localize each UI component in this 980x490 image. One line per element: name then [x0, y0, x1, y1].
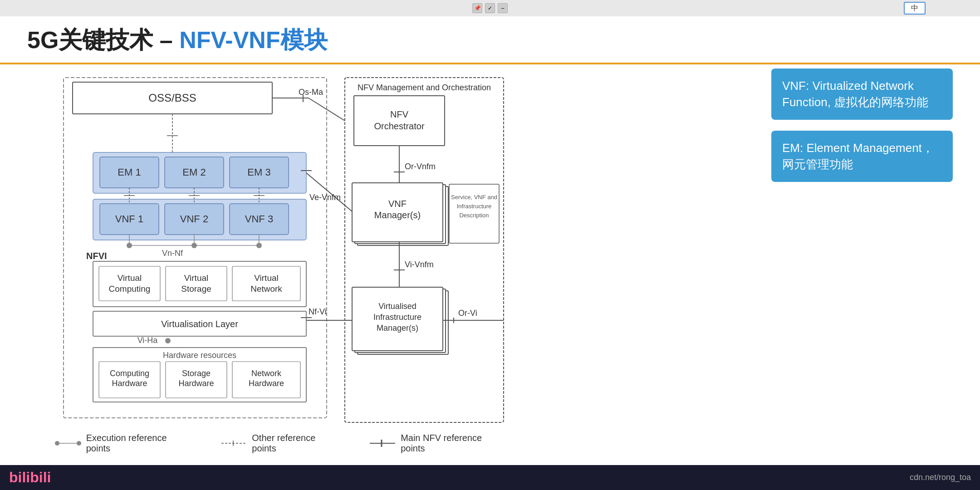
svg-text:Virtual: Virtual [118, 273, 142, 283]
svg-text:VNF 1: VNF 1 [115, 213, 143, 225]
svg-text:Description: Description [459, 212, 489, 219]
title-bar: 5G关键技术 – NFV-VNF模块 [0, 16, 980, 64]
svg-text:VNF: VNF [388, 199, 407, 209]
svg-text:Manager(s): Manager(s) [377, 323, 418, 333]
svg-point-99 [77, 441, 81, 446]
oss-bss-label: OSS/BSS [148, 92, 196, 104]
svg-text:Or-Vi: Or-Vi [458, 309, 477, 318]
svg-rect-3 [354, 96, 445, 146]
svg-point-97 [55, 441, 59, 446]
svg-text:Manager(s): Manager(s) [374, 210, 421, 220]
svg-text:Orchestrator: Orchestrator [374, 121, 424, 131]
legend-main-label: Main NFV reference points [401, 433, 508, 454]
top-bar-icons: 📌 ✓ – [472, 3, 508, 13]
main-content: 5G关键技术 – NFV-VNF模块 OSS/BSS NFV Managemen… [0, 16, 980, 490]
svg-text:Vi-Vnfm: Vi-Vnfm [405, 260, 434, 269]
bottom-bar: bilibili cdn.net/rong_toa [0, 465, 980, 490]
em-info-box: EM: Element Management，网元管理功能 [771, 131, 953, 182]
svg-text:Vi-Ha: Vi-Ha [137, 336, 158, 345]
legend-exec-ref: Execution reference points [54, 433, 193, 454]
svg-text:Infrastructure: Infrastructure [457, 203, 492, 210]
svg-text:Infrastructure: Infrastructure [373, 313, 421, 322]
diagram-legend: Execution reference points Other referen… [54, 433, 508, 454]
svg-text:Hardware: Hardware [249, 379, 284, 388]
pin-icon[interactable]: 📌 [472, 3, 482, 13]
svg-text:EM 2: EM 2 [182, 167, 206, 178]
svg-text:VNF 2: VNF 2 [180, 213, 208, 225]
nfv-diagram: OSS/BSS NFV Management and Orchestration… [27, 69, 508, 468]
legend-other-label: Other reference points [252, 433, 342, 454]
diagram-area: OSS/BSS NFV Management and Orchestration… [27, 69, 508, 463]
svg-text:Os-Ma: Os-Ma [299, 88, 323, 97]
legend-other-ref: Other reference points [220, 433, 342, 454]
svg-text:Hardware resources: Hardware resources [163, 351, 236, 360]
svg-text:Virtualisation Layer: Virtualisation Layer [161, 319, 238, 329]
svg-rect-37 [99, 266, 160, 301]
svg-text:Hardware: Hardware [112, 379, 147, 388]
svg-text:Vn-Nf: Vn-Nf [162, 249, 183, 258]
title-prefix: 5G关键技术 – [27, 27, 179, 53]
svg-text:EM 3: EM 3 [247, 167, 270, 178]
svg-text:NFVI: NFVI [86, 251, 107, 261]
svg-text:Computing: Computing [109, 284, 151, 294]
svg-text:Virtualised: Virtualised [378, 302, 416, 311]
svg-rect-43 [232, 266, 300, 301]
svg-text:VNF 3: VNF 3 [245, 213, 273, 225]
svg-text:Computing: Computing [110, 369, 149, 378]
vnf-info-box: VNF: Virtualized Network Function, 虚拟化的网… [771, 69, 953, 120]
svg-text:Or-Vnfm: Or-Vnfm [405, 162, 436, 171]
svg-text:Hardware: Hardware [178, 379, 214, 388]
title-highlight: NFV-VNF模块 [179, 27, 327, 53]
bilibili-logo: bilibili [9, 469, 51, 486]
svg-text:Service, VNF and: Service, VNF and [451, 194, 497, 201]
info-boxes: VNF: Virtualized Network Function, 虚拟化的网… [771, 69, 953, 193]
svg-text:Storage: Storage [181, 284, 211, 294]
svg-text:EM 1: EM 1 [118, 167, 141, 178]
svg-text:Network: Network [251, 369, 282, 378]
svg-text:Storage: Storage [182, 369, 211, 378]
top-bar: 📌 ✓ – 中 [0, 0, 980, 16]
page-title: 5G关键技术 – NFV-VNF模块 [27, 27, 328, 53]
nfv-mgmt-label: NFV Management and Orchestration [358, 83, 491, 92]
svg-text:Network: Network [250, 284, 282, 294]
check-icon[interactable]: ✓ [485, 3, 495, 13]
svg-point-49 [165, 338, 171, 343]
bottom-url: cdn.net/rong_toa [910, 473, 971, 482]
svg-rect-40 [166, 266, 227, 301]
language-button[interactable]: 中 [904, 2, 926, 15]
svg-text:Virtual: Virtual [254, 273, 279, 283]
svg-text:Nf-Vi: Nf-Vi [309, 307, 327, 316]
legend-exec-label: Execution reference points [86, 433, 193, 454]
minus-icon[interactable]: – [498, 3, 508, 13]
legend-main-ref: Main NFV reference points [369, 433, 508, 454]
svg-text:NFV: NFV [390, 109, 409, 119]
svg-text:Virtual: Virtual [184, 273, 209, 283]
svg-text:Ve-Vnfm: Ve-Vnfm [309, 193, 341, 202]
